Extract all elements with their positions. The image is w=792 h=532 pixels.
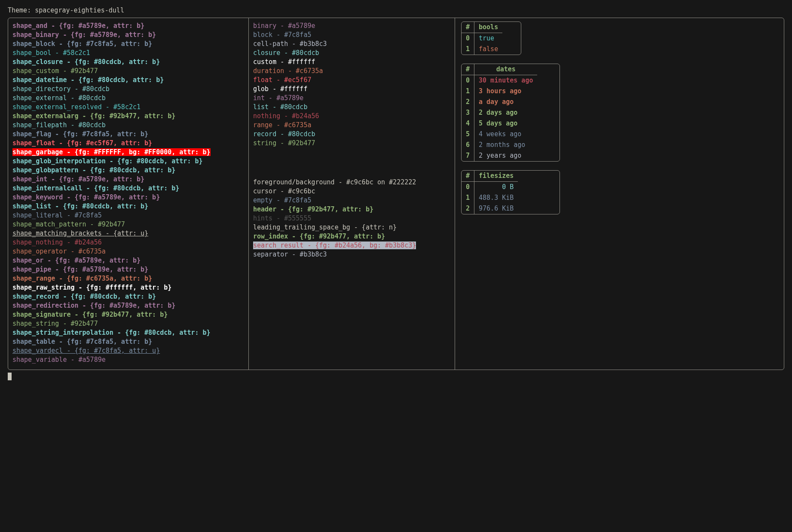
col-header-index: # [462, 22, 474, 33]
title-prefix: Theme: [8, 6, 35, 14]
table-row: 45 days ago [462, 118, 537, 129]
kv-line: shape_flag - {fg: #7c8fa5, attr: b} [12, 130, 244, 139]
col-header-index: # [462, 64, 474, 75]
kv-line: shape_bool - #58c2c1 [12, 49, 244, 58]
table-row: 1488.3 KiB [462, 193, 518, 203]
kv-line: shape_garbage - {fg: #FFFFFF, bg: #FF000… [12, 148, 244, 157]
col-header-value: bools [474, 22, 503, 33]
row-index: 7 [462, 150, 474, 161]
table-row: 54 weeks ago [462, 129, 537, 140]
table-row: 030 minutes ago [462, 75, 537, 86]
kv-line: foreground/background - #c9c6bc on #2222… [253, 178, 450, 187]
kv-line: record - #80cdcb [253, 130, 450, 139]
col-header-value: dates [474, 64, 538, 75]
row-index: 1 [462, 44, 474, 55]
kv-line: block - #7c8fa5 [253, 31, 450, 40]
kv-line: shape_glob_interpolation - {fg: #80cdcb,… [12, 157, 244, 166]
kv-line: shape_block - {fg: #7c8fa5, attr: b} [12, 40, 244, 49]
table-row: 2a day ago [462, 97, 537, 107]
kv-line: shape_float - {fg: #ec5f67, attr: b} [12, 139, 244, 148]
row-value: 30 minutes ago [474, 75, 538, 86]
kv-line: shape_signature - {fg: #92b477, attr: b} [12, 310, 244, 319]
col-header-value: filesizes [474, 171, 518, 182]
kv-line: shape_range - {fg: #c6735a, attr: b} [12, 274, 244, 283]
row-value: 2 days ago [474, 107, 538, 118]
kv-line: shape_literal - #7c8fa5 [12, 211, 244, 220]
kv-line: hints - #555555 [253, 214, 450, 223]
kv-line: list - #80cdcb [253, 103, 450, 112]
row-index: 4 [462, 118, 474, 129]
kv-line: shape_string_interpolation - {fg: #80cdc… [12, 328, 244, 337]
kv-line: leading_trailing_space_bg - {attr: n} [253, 223, 450, 232]
kv-line: empty - #7c8fa5 [253, 196, 450, 205]
kv-line: shape_string - #92b477 [12, 319, 244, 328]
row-index: 3 [462, 107, 474, 118]
row-index: 2 [462, 97, 474, 107]
kv-line: shape_closure - {fg: #80cdcb, attr: b} [12, 58, 244, 67]
row-index: 1 [462, 193, 474, 203]
table-filesizes: #filesizes00 B1488.3 KiB2976.6 KiB [461, 170, 778, 223]
row-index: 0 [462, 182, 474, 193]
kv-line: shape_directory - #80cdcb [12, 85, 244, 94]
table-row: 72 years ago [462, 150, 537, 161]
kv-line: shape_int - {fg: #a5789e, attr: b} [12, 175, 244, 184]
column-shapes: shape_and - {fg: #a5789e, attr: b}shape_… [8, 18, 249, 370]
kv-line: shape_globpattern - {fg: #80cdcb, attr: … [12, 166, 244, 175]
kv-line: shape_filepath - #80cdcb [12, 121, 244, 130]
table-row: 62 months ago [462, 140, 537, 150]
row-index: 6 [462, 140, 474, 150]
theme-name: spacegray-eighties-dull [35, 6, 124, 14]
table-bools: #bools0true1false [461, 21, 778, 64]
row-value: 2 years ago [474, 150, 538, 161]
table-row: 32 days ago [462, 107, 537, 118]
page-title: Theme: spacegray-eighties-dull [8, 6, 784, 15]
kv-line: duration - #c6735a [253, 67, 450, 76]
kv-line: shape_vardecl - {fg: #7c8fa5, attr: u} [12, 346, 244, 355]
row-value: 976.6 KiB [474, 203, 518, 214]
kv-line: shape_list - {fg: #80cdcb, attr: b} [12, 202, 244, 211]
kv-line: search_result - {fg: #b24a56, bg: #b3b8c… [253, 241, 450, 250]
row-value: a day ago [474, 97, 538, 107]
row-value: 488.3 KiB [474, 193, 518, 203]
table-row: 2976.6 KiB [462, 203, 518, 214]
kv-line: cell-path - #b3b8c3 [253, 40, 450, 49]
kv-line: glob - #ffffff [253, 85, 450, 94]
kv-line: shape_external_resolved - #58c2c1 [12, 103, 244, 112]
table-row: 13 hours ago [462, 86, 537, 97]
kv-line: shape_datetime - {fg: #80cdcb, attr: b} [12, 76, 244, 85]
row-value: 0 B [474, 182, 518, 193]
kv-line: binary - #a5789e [253, 21, 450, 31]
kv-line: shape_match_pattern - #92b477 [12, 220, 244, 229]
theme-panel: shape_and - {fg: #a5789e, attr: b}shape_… [8, 18, 784, 370]
col-header-index: # [462, 171, 474, 182]
kv-line: shape_table - {fg: #7c8fa5, attr: b} [12, 337, 244, 346]
row-value: false [474, 44, 503, 55]
kv-line: closure - #80cdcb [253, 49, 450, 58]
column-tables: #bools0true1false #dates030 minutes ago1… [455, 18, 784, 370]
kv-line: range - #c6735a [253, 121, 450, 130]
row-index: 1 [462, 86, 474, 97]
table-row: 00 B [462, 182, 518, 193]
kv-line: header - {fg: #92b477, attr: b} [253, 205, 450, 214]
cursor-block [8, 373, 12, 380]
kv-line: shape_matching_brackets - {attr: u} [12, 229, 244, 238]
section-types: binary - #a5789eblock - #7c8fa5cell-path… [253, 21, 450, 148]
table-dates: #dates030 minutes ago13 hours ago2a day … [461, 64, 778, 170]
row-value: true [474, 33, 503, 44]
kv-line: shape_binary - {fg: #a5789e, attr: b} [12, 31, 244, 40]
kv-line: shape_or - {fg: #a5789e, attr: b} [12, 256, 244, 265]
kv-line: shape_pipe - {fg: #a5789e, attr: b} [12, 265, 244, 274]
row-value: 3 hours ago [474, 86, 538, 97]
kv-line: shape_raw_string - {fg: #ffffff, attr: b… [12, 283, 244, 292]
row-value: 5 days ago [474, 118, 538, 129]
kv-line: shape_internalcall - {fg: #80cdcb, attr:… [12, 184, 244, 193]
kv-line: shape_record - {fg: #80cdcb, attr: b} [12, 292, 244, 301]
row-index: 0 [462, 33, 474, 44]
table-row: 0true [462, 33, 502, 44]
kv-line: row_index - {fg: #92b477, attr: b} [253, 232, 450, 241]
column-types-misc: binary - #a5789eblock - #7c8fa5cell-path… [249, 18, 455, 370]
kv-line: shape_redirection - {fg: #a5789e, attr: … [12, 301, 244, 310]
kv-line: shape_custom - #92b477 [12, 67, 244, 76]
kv-line: shape_keyword - {fg: #a5789e, attr: b} [12, 193, 244, 202]
kv-line: shape_and - {fg: #a5789e, attr: b} [12, 21, 244, 31]
